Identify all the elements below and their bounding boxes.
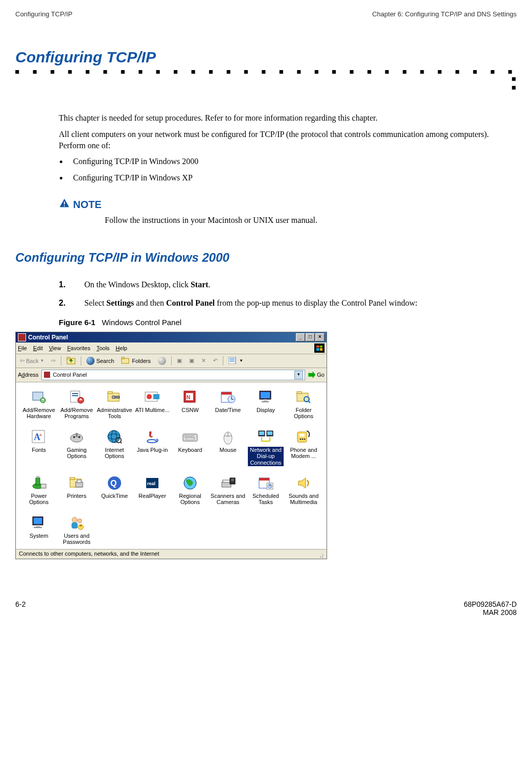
control-panel-item[interactable]: System — [20, 513, 58, 547]
control-panel-item-label: Fonts — [32, 447, 46, 460]
control-panel-item-label: Add/Remove Programs — [59, 407, 95, 420]
control-panel-item-label: Mouse — [219, 447, 236, 460]
admin-icon — [106, 388, 123, 406]
svg-rect-49 — [76, 433, 78, 437]
ati-icon — [144, 388, 161, 406]
address-field[interactable]: Control Panel ▾ — [41, 370, 305, 380]
menu-file[interactable]: File — [18, 345, 27, 351]
history-icon — [158, 357, 166, 365]
svg-rect-16 — [72, 393, 78, 394]
printers-icon — [68, 474, 85, 492]
control-panel-item[interactable]: Date/Time — [209, 387, 247, 421]
statusbar: Connects to other computers, networks, a… — [16, 549, 327, 559]
control-panel-item[interactable]: Mouse — [209, 427, 247, 467]
control-panel-item[interactable]: QQuickTime — [96, 473, 133, 507]
control-panel-item[interactable]: Add/Remove Programs — [58, 387, 96, 421]
control-panel-item[interactable]: Keyboard — [171, 427, 209, 467]
control-panel-item[interactable]: Printers — [58, 473, 96, 507]
history-button[interactable] — [156, 356, 168, 365]
svg-point-76 — [304, 438, 306, 440]
svg-rect-60 — [192, 436, 194, 437]
control-panel-item[interactable]: Users and Passwords — [58, 513, 96, 547]
copy-to-button[interactable]: ▣ — [187, 357, 196, 364]
control-panel-item[interactable]: Scheduled Tasks — [247, 473, 285, 507]
regional-icon — [181, 474, 199, 492]
windows-logo-icon — [314, 344, 325, 353]
minimize-button[interactable]: _ — [296, 333, 305, 341]
window-titlebar[interactable]: Control Panel _ □ × — [16, 332, 327, 342]
undo-button[interactable]: ↶ — [211, 357, 220, 364]
resize-grip-icon[interactable] — [316, 551, 323, 558]
control-panel-icon — [43, 371, 51, 378]
gaming-icon — [68, 428, 85, 446]
svg-rect-66 — [259, 431, 264, 435]
control-panel-item[interactable]: Scanners and Cameras — [209, 473, 247, 507]
move-to-button[interactable]: ▣ — [175, 357, 184, 364]
control-panel-item-label: QuickTime — [101, 493, 128, 506]
control-panel-item[interactable]: Add/Remove Hardware — [20, 387, 58, 421]
control-panel-item[interactable]: Phone and Modem ... — [285, 427, 322, 467]
svg-rect-80 — [38, 476, 39, 478]
control-panel-item-label: ATI Multime... — [135, 407, 169, 420]
control-panel-item-label: Network and Dial-up Connections — [248, 447, 284, 466]
control-panel-item[interactable]: Display — [247, 387, 285, 421]
search-button[interactable]: Search — [84, 356, 116, 365]
window-title: Control Panel — [28, 334, 68, 341]
hw-icon — [30, 388, 48, 406]
control-panel-item-label: Phone and Modem ... — [286, 447, 321, 460]
menu-tools[interactable]: Tools — [97, 345, 110, 351]
menu-favorites[interactable]: Favorites — [67, 345, 90, 351]
menu-edit[interactable]: Edit — [33, 345, 43, 351]
control-panel-icon — [18, 333, 26, 341]
status-text: Connects to other computers, networks, a… — [19, 551, 159, 558]
control-panel-item-label: Power Options — [21, 493, 57, 506]
svg-rect-103 — [34, 518, 42, 524]
back-button[interactable]: ⇦ Back ▼ — [18, 357, 46, 364]
control-panel-item-label: Administrative Tools — [97, 407, 132, 420]
delete-button[interactable]: ✕ — [199, 357, 208, 364]
figure-number: Figure 6-1 — [59, 318, 96, 327]
views-button[interactable]: ▼ — [226, 356, 245, 365]
svg-rect-37 — [264, 399, 267, 401]
control-panel-item[interactable]: realRealPlayer — [133, 473, 171, 507]
footer-date: MAR 2008 — [483, 608, 517, 616]
svg-rect-107 — [72, 522, 78, 529]
menu-help[interactable]: Help — [115, 345, 127, 351]
control-panel-item[interactable]: Folder Options — [285, 387, 322, 421]
svg-rect-105 — [34, 527, 42, 528]
go-button[interactable]: Go — [308, 371, 325, 378]
control-panel-item[interactable]: Power Options — [20, 473, 58, 507]
control-panel-item[interactable]: Regional Options — [171, 473, 209, 507]
forward-button[interactable]: ⇨ — [49, 357, 58, 364]
folders-button[interactable]: Folders — [119, 356, 153, 366]
maximize-button[interactable]: □ — [306, 333, 315, 341]
svg-rect-79 — [37, 476, 38, 478]
close-button[interactable]: × — [315, 333, 325, 341]
control-panel-item-label: System — [30, 533, 49, 546]
control-panel-item[interactable]: Sounds and Multimedia — [285, 473, 322, 507]
up-button[interactable] — [64, 356, 78, 366]
svg-line-54 — [120, 442, 122, 443]
control-panel-item[interactable]: NCSNW — [171, 387, 209, 421]
display-icon — [257, 388, 274, 406]
svg-text:a: a — [39, 432, 42, 437]
svg-rect-38 — [262, 401, 269, 402]
menu-view[interactable]: View — [49, 345, 61, 351]
control-panel-item[interactable]: Java Plug-in — [133, 427, 171, 467]
views-icon — [228, 357, 238, 365]
control-panel-item[interactable]: Network and Dial-up Connections — [247, 427, 285, 467]
control-panel-item[interactable]: ATI Multime... — [133, 387, 171, 421]
svg-rect-61 — [186, 438, 194, 440]
control-panel-item[interactable]: Internet Options — [96, 427, 133, 467]
svg-rect-59 — [190, 436, 191, 437]
forward-arrow-icon: ⇨ — [51, 357, 56, 364]
addressbar: Address Control Panel ▾ Go — [16, 368, 327, 382]
toolbar: ⇦ Back ▼ ⇨ Search Folders — [16, 354, 327, 368]
svg-point-94 — [231, 478, 234, 482]
address-dropdown-button[interactable]: ▾ — [294, 371, 303, 379]
control-panel-item[interactable]: Gaming Options — [58, 427, 96, 467]
svg-rect-21 — [108, 392, 112, 394]
control-panel-item[interactable]: Administrative Tools — [96, 387, 133, 421]
control-panel-item[interactable]: AaFonts — [20, 427, 58, 467]
svg-text:real: real — [147, 481, 155, 486]
